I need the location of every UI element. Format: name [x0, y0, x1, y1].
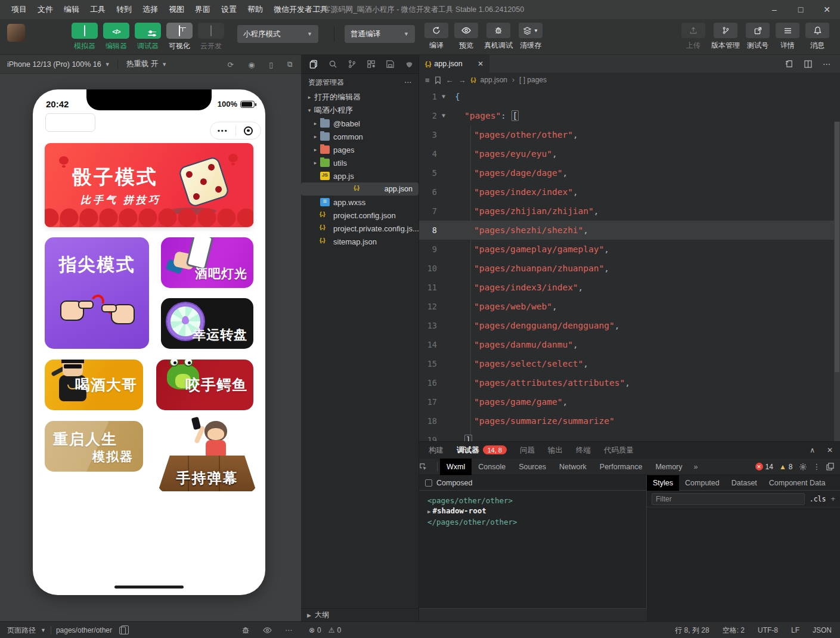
- hot-reload-toggle[interactable]: 热重载 开▼: [118, 59, 175, 69]
- devtools-tab-Sources[interactable]: Sources: [512, 459, 553, 475]
- menu-item-6[interactable]: 视图: [163, 4, 190, 15]
- overflow-tabs-icon[interactable]: »: [689, 463, 703, 471]
- tile-drinking-boss[interactable]: 喝酒大哥: [45, 360, 143, 410]
- code-line-10[interactable]: 10 "pages/zhuanpan/zhuanpan",: [419, 259, 840, 278]
- breadcrumb-file[interactable]: app.json: [481, 76, 507, 84]
- mode-select[interactable]: 小程序模式▼: [237, 25, 318, 43]
- minimize-button[interactable]: –: [761, 0, 788, 19]
- code-line-13[interactable]: 13 "pages/dengguang/dengguang",: [419, 316, 840, 335]
- code-line-18[interactable]: 18 "pages/summarize/summarize": [419, 411, 840, 431]
- tree-item-app.wxss[interactable]: app.wxss: [301, 196, 419, 209]
- language-mode[interactable]: JSON: [813, 626, 832, 634]
- action-版本管理[interactable]: 版本管理: [711, 23, 740, 51]
- devtools-tab-Wxml[interactable]: Wxml: [440, 459, 472, 475]
- more-icon[interactable]: ⋯: [823, 60, 830, 69]
- code-line-16[interactable]: 16 "pages/attributes/attributes",: [419, 373, 840, 392]
- rotate-icon[interactable]: ⟳: [228, 60, 234, 69]
- code-line-3[interactable]: 3 "pages/other/other",: [419, 125, 840, 144]
- editor-scrollbar[interactable]: [834, 122, 840, 441]
- toggle-模拟器[interactable]: 模拟器: [72, 23, 98, 51]
- menu-item-2[interactable]: 编辑: [58, 4, 85, 15]
- tree-item-app.js[interactable]: app.js: [301, 169, 419, 182]
- eol[interactable]: LF: [791, 626, 799, 634]
- devtools-tab-Memory[interactable]: Memory: [649, 459, 689, 475]
- tree-item-pages[interactable]: ▸ pages: [301, 143, 419, 156]
- eye-icon[interactable]: [263, 627, 272, 634]
- debugger-tab-代码质量[interactable]: 代码质量: [604, 445, 634, 456]
- outline-list-icon[interactable]: ≡: [425, 76, 430, 85]
- tile-restart-life[interactable]: 重启人生 模拟器: [45, 421, 143, 472]
- styles-tab-Styles[interactable]: Styles: [647, 475, 679, 491]
- more-icon[interactable]: ⋯: [404, 78, 411, 86]
- composed-option[interactable]: Composed: [419, 475, 646, 491]
- action-真机调试[interactable]: 真机调试: [484, 23, 513, 51]
- tab-app-json[interactable]: {..} app.json ✕: [419, 55, 489, 73]
- debugger-tab-调试器[interactable]: 调试器14, 8: [457, 445, 507, 456]
- git-branch-icon[interactable]: [343, 55, 362, 74]
- cls-toggle[interactable]: .cls: [810, 495, 826, 503]
- action-消息[interactable]: 消息: [805, 23, 829, 51]
- extensions-icon[interactable]: [361, 55, 380, 74]
- device-frame-icon[interactable]: ▯: [269, 60, 273, 69]
- checkbox[interactable]: [425, 479, 432, 487]
- wxml-shadow-root[interactable]: ▶#shadow-root: [427, 506, 646, 517]
- bookmark-icon[interactable]: [435, 76, 441, 84]
- close-circle-icon[interactable]: [236, 126, 261, 135]
- code-line-12[interactable]: 12 "pages/web/web",: [419, 297, 840, 316]
- toggle-云开发[interactable]: 云开发: [198, 23, 224, 51]
- page-path-label[interactable]: 页面路径: [7, 625, 36, 636]
- menu-item-5[interactable]: 选择: [137, 4, 163, 15]
- toggle-调试器[interactable]: 调试器: [135, 23, 161, 51]
- code-line-6[interactable]: 6 "pages/index/index",: [419, 182, 840, 202]
- debugger-tab-终端[interactable]: 终端: [576, 445, 591, 456]
- tile-handheld-danmu[interactable]: 手持弹幕: [158, 416, 256, 493]
- tile-bar-light[interactable]: 酒吧灯光: [161, 237, 253, 288]
- device-select[interactable]: iPhone 12/13 (Pro) 100% 16▼: [0, 60, 117, 69]
- tile-lucky-wheel[interactable]: 幸运转盘: [161, 298, 253, 349]
- multi-window-icon[interactable]: ⧉: [287, 60, 293, 69]
- code-line-1[interactable]: 1 ▼ {: [419, 87, 840, 106]
- menu-item-0[interactable]: 项目: [6, 4, 32, 15]
- styles-tab-Component Data[interactable]: Component Data: [763, 475, 832, 491]
- fold-icon[interactable]: ▼: [437, 106, 450, 125]
- add-rule-icon[interactable]: +: [830, 494, 835, 503]
- stop-record-icon[interactable]: ◉: [248, 60, 255, 69]
- tree-item-sitemap.json[interactable]: sitemap.json: [301, 235, 419, 248]
- files-icon[interactable]: [305, 55, 324, 74]
- avatar[interactable]: [7, 24, 25, 42]
- tree-item-common[interactable]: ▸ common: [301, 130, 419, 143]
- code-line-2[interactable]: 2 ▼ "pages": [: [419, 106, 840, 125]
- close-icon[interactable]: ✕: [827, 446, 833, 454]
- code-line-8[interactable]: 8 "pages/shezhi/shezhi",: [419, 221, 840, 240]
- tree-item-喝酒小程序[interactable]: ▾ 喝酒小程序: [301, 104, 419, 117]
- tile-crocodile[interactable]: 咬手鳄鱼: [156, 360, 253, 410]
- problem-counts[interactable]: ⊗ 0 ⚠ 0: [309, 622, 341, 638]
- tree-item-@babel[interactable]: ▸ @babel: [301, 117, 419, 130]
- action-详情[interactable]: 详情: [776, 23, 799, 51]
- search-icon[interactable]: [324, 55, 343, 74]
- tree-item-app.json[interactable]: app.json: [301, 182, 419, 196]
- menu-item-4[interactable]: 转到: [111, 4, 137, 15]
- toggle-编辑器[interactable]: </> 编辑器: [103, 23, 129, 51]
- wxml-close-tag[interactable]: </pages/other/other>: [427, 517, 646, 527]
- menu-item-7[interactable]: 界面: [190, 4, 216, 15]
- kebab-menu-icon[interactable]: ⋮: [813, 462, 821, 471]
- outline-section[interactable]: ▶ 大纲: [301, 608, 419, 621]
- open-preview-icon[interactable]: [786, 60, 793, 68]
- wxml-open-tag[interactable]: <pages/other/other>: [427, 495, 646, 506]
- styles-tab-Dataset[interactable]: Dataset: [726, 475, 763, 491]
- save-icon[interactable]: [380, 55, 399, 74]
- devtools-tab-Network[interactable]: Network: [553, 459, 593, 475]
- inspect-element-icon[interactable]: [419, 463, 437, 471]
- code-line-7[interactable]: 7 "pages/zhijian/zhijian",: [419, 202, 840, 221]
- action-编译[interactable]: 编译: [424, 23, 448, 51]
- code-line-5[interactable]: 5 "pages/dage/dage",: [419, 163, 840, 182]
- action-预览[interactable]: 预览: [454, 23, 478, 51]
- compile-select[interactable]: 普通编译▼: [345, 25, 415, 43]
- undock-icon[interactable]: [826, 463, 834, 470]
- close-icon[interactable]: ✕: [478, 60, 483, 68]
- encoding[interactable]: UTF-8: [758, 626, 778, 634]
- tree-item-project.config.json[interactable]: project.config.json: [301, 209, 419, 222]
- close-button[interactable]: ✕: [814, 0, 840, 19]
- styles-tab-Computed[interactable]: Computed: [679, 475, 726, 491]
